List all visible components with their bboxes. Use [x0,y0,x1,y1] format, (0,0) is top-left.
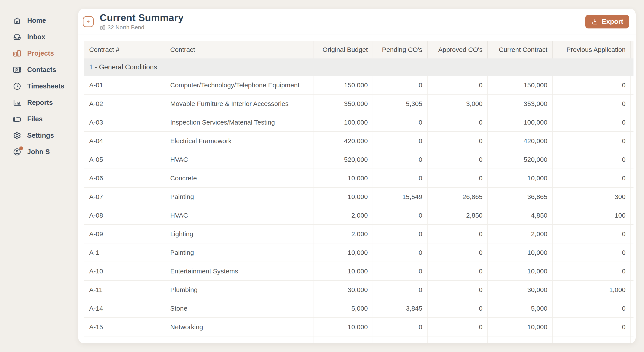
cell-present_application [631,132,634,150]
content-card: Current Summary 32 North Bend Export Con… [78,9,636,343]
cell-previous_application: 0 [552,336,631,343]
cell-previous_application: 0 [552,299,631,318]
cell-contract: HVAC [165,206,313,225]
table-row[interactable]: A-15Networking10,0000010,0000 [84,318,634,336]
sidebar-item-label: Inbox [27,33,45,41]
sidebar-item-projects[interactable]: Projects [0,45,78,61]
table-row[interactable]: A-06Concrete10,0000010,0000 [84,169,634,187]
cell-contract_no: A-03 [84,113,165,132]
table-row[interactable]: A-18Flooring5,00003,5208,5200 [84,336,634,343]
cell-contract: Inspection Services/Material Testing [165,113,313,132]
cell-current_contract: 10,000 [488,262,552,280]
cell-current_contract: 36,865 [488,187,552,206]
cell-contract: HVAC [165,150,313,169]
cell-original_budget: 350,000 [313,94,373,113]
cell-current_contract: 520,000 [488,150,552,169]
sidebar-item-timesheets[interactable]: Timesheets [0,78,78,94]
bar-chart-icon [12,98,22,107]
cell-approved_cos: 0 [427,169,488,187]
cell-contract_no: A-11 [84,280,165,299]
table-body: 1 - General ConditionsA-01Computer/Techn… [84,58,634,343]
cell-pending_cos: 15,549 [373,187,427,206]
cell-approved_cos: 0 [427,299,488,318]
cell-previous_application: 0 [552,94,631,113]
cell-contract: Computer/Technology/Telephone Equipment [165,76,313,94]
cell-approved_cos: 0 [427,76,488,94]
cell-present_application [631,169,634,187]
column-header-previous_application: Previous Application [552,41,631,58]
table-row[interactable]: A-10Entertainment Systems10,0000010,0000 [84,262,634,280]
cell-contract: Concrete [165,169,313,187]
table-row[interactable]: A-02Movable Furniture & Interior Accesso… [84,94,634,113]
cell-present_application [631,280,634,299]
cell-current_contract: 4,850 [488,206,552,225]
cell-pending_cos: 3,845 [373,299,427,318]
cell-pending_cos: 0 [373,206,427,225]
summary-table: Contract #ContractOriginal BudgetPending… [84,41,634,343]
table-row[interactable]: A-08HVAC2,00002,8504,850100 [84,206,634,225]
cell-contract: Plumbing [165,280,313,299]
cell-previous_application: 0 [552,169,631,187]
sidebar-item-profile[interactable]: John S [0,144,78,160]
cell-current_contract: 10,000 [488,318,552,336]
cell-contract: Movable Furniture & Interior Accessories [165,94,313,113]
column-header-approved_cos: Approved CO's [427,41,488,58]
sidebar-item-label: Reports [27,99,53,107]
export-button[interactable]: Export [585,15,629,28]
column-header-present_application: Present App [631,41,634,58]
table-row[interactable]: A-03Inspection Services/Material Testing… [84,113,634,132]
cell-previous_application: 0 [552,150,631,169]
cell-approved_cos: 3,520 [427,336,488,343]
cell-current_contract: 8,520 [488,336,552,343]
column-header-current_contract: Current Contract [488,41,552,58]
cell-current_contract: 100,000 [488,113,552,132]
cell-present_application [631,243,634,262]
table-row[interactable]: A-14Stone5,0003,84505,0000 [84,299,634,318]
cell-contract_no: A-09 [84,225,165,243]
cell-pending_cos: 0 [373,132,427,150]
back-button[interactable] [83,16,94,27]
cell-original_budget: 520,000 [313,150,373,169]
cell-present_application [631,150,634,169]
sidebar-item-home[interactable]: Home [0,12,78,29]
cell-present_application [631,225,634,243]
cell-present_application [631,299,634,318]
cell-previous_application: 100 [552,206,631,225]
cell-original_budget: 10,000 [313,243,373,262]
sidebar-item-label: John S [27,148,50,156]
table-row[interactable]: A-01Computer/Technology/Telephone Equipm… [84,76,634,94]
cell-contract_no: A-06 [84,169,165,187]
cell-original_budget: 420,000 [313,132,373,150]
building-icon [100,24,106,30]
table-row[interactable]: A-04Electrical Framework420,00000420,000… [84,132,634,150]
column-header-contract_no: Contract # [84,41,165,58]
cell-pending_cos: 0 [373,150,427,169]
cell-pending_cos: 0 [373,225,427,243]
sidebar-item-label: Home [27,17,46,24]
cell-contract_no: A-15 [84,318,165,336]
cell-contract_no: A-10 [84,262,165,280]
column-header-contract: Contract [165,41,313,58]
sidebar-item-reports[interactable]: Reports [0,94,78,111]
cell-contract_no: A-1 [84,243,165,262]
table-row[interactable]: A-07Painting10,00015,54926,86536,865300 [84,187,634,206]
sidebar-item-label: Settings [27,132,54,139]
cell-contract: Lighting [165,225,313,243]
table-scroll-area[interactable]: Contract #ContractOriginal BudgetPending… [84,41,634,343]
cell-original_budget: 30,000 [313,280,373,299]
table-row[interactable]: A-05HVAC520,00000520,0000 [84,150,634,169]
table-row[interactable]: A-09Lighting2,000002,0000 [84,225,634,243]
sidebar-item-files[interactable]: Files [0,111,78,127]
sidebar-item-inbox[interactable]: Inbox [0,29,78,45]
sidebar-item-contacts[interactable]: Contacts [0,61,78,78]
download-icon [591,18,598,25]
table-row[interactable]: A-11Plumbing30,0000030,0001,000 [84,280,634,299]
cell-present_application [631,336,634,343]
cell-approved_cos: 3,000 [427,94,488,113]
cell-contract_no: A-04 [84,132,165,150]
sidebar-item-settings[interactable]: Settings [0,127,78,144]
title-block: Current Summary 32 North Bend [100,12,184,31]
buildings-icon [12,49,22,58]
table-row[interactable]: A-1Painting10,0000010,0000 [84,243,634,262]
project-name: 32 North Bend [108,24,144,31]
